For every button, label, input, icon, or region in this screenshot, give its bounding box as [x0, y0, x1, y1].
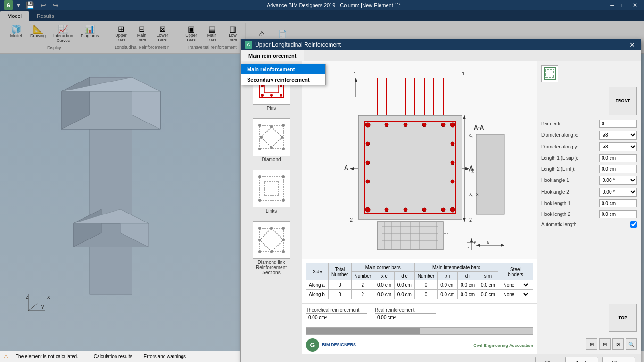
- apply-button[interactable]: Apply: [565, 357, 598, 362]
- side-view-buttons: FRONT: [541, 87, 637, 115]
- scrollbar-thumb[interactable]: [306, 328, 420, 334]
- svg-marker-122: [501, 244, 504, 247]
- svg-rect-36: [260, 177, 283, 200]
- hook-angle1-label: Hook angle 1: [541, 178, 569, 183]
- hook-length2-label: Hook length 2: [541, 212, 570, 217]
- binders-select-b[interactable]: None: [501, 291, 529, 297]
- svg-marker-27: [261, 127, 282, 148]
- cell-di-b: 0.0 cm: [458, 290, 478, 299]
- cell-binders-a[interactable]: None: [498, 280, 533, 290]
- svg-point-70: [404, 123, 407, 127]
- cell-xi-b: 0.0 cm: [438, 290, 458, 299]
- svg-point-79: [385, 208, 388, 212]
- table-area: Side TotalNumber Main corner bars Main i…: [302, 259, 537, 303]
- menu-item-secondary[interactable]: Secondary reinforcement: [241, 74, 325, 85]
- svg-text:m: m: [471, 171, 474, 174]
- cell-binders-b[interactable]: None: [498, 290, 533, 299]
- hook-length1-input[interactable]: [599, 199, 637, 207]
- table-row: Along b 0 2 0.0 cm 0.0 cm 0 0.0 cm 0.0 c…: [306, 290, 533, 299]
- svg-point-29: [281, 136, 283, 139]
- svg-point-47: [282, 250, 285, 253]
- bim-logo-text: BIM DESIGNERS: [322, 342, 356, 348]
- shape-item-diamond-link[interactable]: Diamond linkReinforcement Sections: [245, 219, 298, 277]
- svg-point-45: [282, 227, 285, 230]
- hook-angle1-select[interactable]: 0.00 ° 90.00 ° 135.00 °: [599, 176, 637, 185]
- hook-angle2-row: Hook angle 2 0.00 ° 90.00 °: [541, 188, 637, 197]
- bar-mark-row: Bar mark:: [541, 120, 637, 128]
- logo-area: G BIM DESIGNERS Civil Engineering Associ…: [302, 337, 537, 354]
- ok-button[interactable]: Ok: [535, 357, 561, 362]
- hook-length2-input[interactable]: [599, 210, 637, 218]
- window-controls[interactable]: ─ □ ✕: [607, 2, 640, 8]
- theoretical-input[interactable]: [306, 313, 367, 321]
- shape-item-diamond[interactable]: Diamond: [245, 116, 298, 164]
- length2-label: Length 2 (L inf ):: [541, 166, 575, 172]
- scrollbar-track[interactable]: [306, 327, 533, 335]
- svg-point-51: [258, 239, 261, 241]
- shape-item-links[interactable]: Links: [245, 168, 298, 215]
- close-button-footer[interactable]: Close: [602, 357, 635, 362]
- hook-angle2-select[interactable]: 0.00 ° 90.00 °: [599, 188, 637, 197]
- svg-point-32: [258, 124, 261, 127]
- svg-text:1: 1: [462, 71, 465, 76]
- window-title: Advance BIM Designers 2019 - Column: [Ne…: [60, 2, 607, 8]
- tab-main-reinforcement[interactable]: Main reinforcement Main reinforcement Se…: [241, 50, 304, 61]
- bar-mark-input[interactable]: [599, 120, 637, 128]
- cell-dc-b: 0.0 cm: [394, 290, 414, 299]
- titlebar: G ▼ 💾 ↩ ↪ Advance BIM Designers 2019 - C…: [0, 0, 644, 10]
- minimize-button[interactable]: ─: [607, 2, 617, 8]
- maximize-button[interactable]: □: [619, 2, 628, 8]
- app-icon: G ▼ 💾 ↩ ↪: [4, 0, 60, 10]
- view-control-1[interactable]: ⊞: [586, 338, 597, 350]
- close-button[interactable]: ✕: [630, 2, 640, 8]
- cell-di-a: 0.0 cm: [458, 280, 478, 290]
- real-input[interactable]: [375, 313, 436, 321]
- dialog-title: Upper Longitudinal Reinforcement: [255, 41, 341, 48]
- length2-input[interactable]: [599, 165, 637, 173]
- cell-int-num-a: 0: [414, 280, 438, 290]
- svg-text:x: x: [476, 192, 479, 197]
- bar-preview-box: [541, 65, 558, 82]
- svg-rect-37: [264, 181, 279, 196]
- table-row: Along a 0 2 0.0 cm 0.0 cm 0 0.0 cm 0.0 c…: [306, 280, 533, 290]
- front-view-button[interactable]: FRONT: [609, 87, 637, 115]
- view-control-2[interactable]: ⊟: [599, 338, 611, 350]
- shape-label-links: Links: [266, 208, 277, 214]
- top-view-button[interactable]: TOP: [609, 304, 637, 332]
- dialog-close-button[interactable]: ✕: [627, 41, 637, 49]
- auto-length-checkbox[interactable]: [630, 221, 637, 228]
- errors-warnings-tab[interactable]: Errors and warnings: [140, 354, 186, 359]
- shape-preview-diamond: [253, 118, 290, 156]
- menu-item-main[interactable]: Main reinforcement: [241, 64, 325, 74]
- shape-label-diamond-link: Diamond linkReinforcement Sections: [247, 260, 296, 275]
- reinforcement-table: Side TotalNumber Main corner bars Main i…: [306, 263, 533, 299]
- svg-point-71: [422, 123, 426, 127]
- view-control-4[interactable]: 🔍: [626, 338, 637, 350]
- binders-select-a[interactable]: None: [501, 282, 529, 288]
- svg-text:2: 2: [469, 217, 472, 222]
- dialog-overlay: G Upper Longitudinal Reinforcement ✕ Mai…: [0, 10, 644, 351]
- civilea-watermark: Civil Engineering Association: [359, 342, 533, 348]
- svg-point-35: [282, 148, 285, 150]
- right-panel: FRONT Bar mark: Diameter along x: ø8 ø10…: [537, 61, 641, 354]
- svg-rect-130: [545, 69, 554, 78]
- svg-point-23: [270, 94, 273, 97]
- length2-row: Length 2 (L inf ):: [541, 165, 637, 173]
- diameter-y-row: Diameter along y: ø8 ø10 ø12: [541, 142, 637, 151]
- svg-text:A-A: A-A: [474, 124, 484, 131]
- auto-length-label: Automatic length: [541, 222, 577, 227]
- length1-input[interactable]: [599, 154, 637, 162]
- svg-point-33: [282, 124, 285, 127]
- col-binders: Steelbinders: [498, 263, 533, 280]
- calc-results-tab[interactable]: Calculation results: [90, 354, 132, 359]
- svg-point-72: [441, 123, 445, 127]
- svg-text:sup: sup: [469, 168, 474, 172]
- reinforcement-dialog: G Upper Longitudinal Reinforcement ✕ Mai…: [240, 39, 641, 362]
- diameter-x-select[interactable]: ø8 ø10 ø12 ø16: [599, 131, 637, 140]
- diameter-y-select[interactable]: ø8 ø10 ø12: [599, 142, 637, 151]
- cell-corner-num-b: 2: [351, 290, 374, 299]
- view-control-3[interactable]: ⊠: [612, 338, 624, 350]
- svg-text:c: c: [471, 135, 473, 139]
- theoretical-group: Theoretical reinforcement: [306, 307, 367, 321]
- cell-total-b: 0: [328, 290, 351, 299]
